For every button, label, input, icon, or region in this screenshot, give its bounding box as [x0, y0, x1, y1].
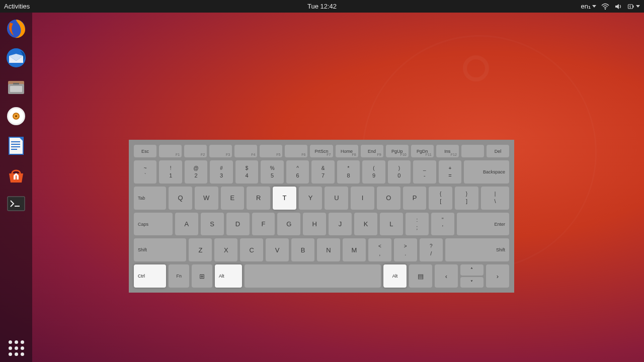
key-R[interactable]: R [247, 187, 270, 210]
key-S[interactable]: S [201, 213, 224, 236]
key-J[interactable]: J [329, 213, 352, 236]
svg-point-0 [605, 8, 606, 9]
key-'[interactable]: "' [431, 213, 454, 236]
key-,[interactable]: <, [368, 238, 391, 261]
dock-icon-software[interactable] [4, 162, 28, 187]
key-K[interactable]: K [354, 213, 377, 236]
key-.[interactable]: >. [394, 238, 417, 261]
key-;[interactable]: :; [406, 213, 429, 236]
key-arrow-right[interactable]: › [486, 264, 509, 288]
key-P[interactable]: P [403, 187, 427, 210]
key-PgDn[interactable]: PgDnF11 [411, 145, 434, 157]
clock[interactable]: Tue 12:42 [307, 3, 337, 10]
key-Y[interactable]: Y [299, 187, 323, 210]
key-Del[interactable]: Del [487, 145, 509, 157]
key-Esc[interactable]: Esc [134, 145, 156, 157]
key-W[interactable]: W [195, 187, 218, 210]
key-=[interactable]: += [439, 160, 461, 184]
key-I[interactable]: I [351, 187, 374, 210]
key-2[interactable]: @2 [185, 160, 207, 184]
key-F2[interactable]: F2 [184, 145, 207, 157]
input-source-indicator[interactable]: en₁ [581, 3, 596, 10]
key-5[interactable]: %5 [261, 160, 283, 184]
svg-rect-15 [11, 141, 20, 142]
key-0[interactable]: )0 [388, 160, 411, 184]
key-Home[interactable]: HomeF8 [336, 145, 358, 157]
key-\[interactable]: |\ [481, 187, 509, 210]
key-`[interactable]: ~` [134, 160, 156, 184]
key-shift-left[interactable]: Shift [134, 238, 186, 261]
key--[interactable]: _- [413, 160, 436, 184]
key-6[interactable]: ^6 [286, 160, 309, 184]
svg-rect-16 [11, 144, 20, 145]
power-indicator[interactable] [627, 3, 640, 10]
key-[[interactable]: {[ [429, 187, 452, 210]
key-fn[interactable]: Fn [169, 264, 189, 288]
key-fn13[interactable] [461, 145, 484, 157]
key-L[interactable]: L [380, 213, 403, 236]
activities-button[interactable]: Activities [4, 3, 30, 10]
key-F[interactable]: F [252, 213, 275, 236]
key-V[interactable]: V [266, 238, 289, 261]
svg-rect-7 [10, 86, 22, 92]
key-3[interactable]: #3 [210, 160, 232, 184]
key-arrow-up[interactable]: ˄ [460, 264, 484, 275]
key-super[interactable]: ⊞ [192, 264, 212, 288]
key-F6[interactable]: F6 [285, 145, 307, 157]
dock-icon-thunderbird[interactable] [4, 46, 28, 70]
key-E[interactable]: E [221, 187, 245, 210]
key-U[interactable]: U [325, 187, 348, 210]
key-tab[interactable]: Tab [134, 187, 166, 210]
key-M[interactable]: M [343, 238, 366, 261]
key-Z[interactable]: Z [189, 238, 212, 261]
dock-icon-terminal[interactable] [4, 192, 28, 216]
key-Q[interactable]: Q [169, 187, 192, 210]
key-][interactable]: }] [455, 187, 478, 210]
svg-rect-20 [17, 175, 19, 179]
key-backspace[interactable]: Backspace [464, 160, 509, 184]
key-menu[interactable]: ▤ [409, 264, 432, 288]
key-B[interactable]: B [291, 238, 314, 261]
key-F1[interactable]: F1 [159, 145, 182, 157]
key-A[interactable]: A [175, 213, 198, 236]
volume-indicator[interactable] [614, 3, 622, 10]
key-Ctrl[interactable]: Ctrl [134, 264, 166, 288]
key-enter[interactable]: Enter [457, 213, 509, 236]
key-O[interactable]: O [377, 187, 400, 210]
key-T[interactable]: T [273, 187, 296, 210]
key-7[interactable]: &7 [311, 160, 334, 184]
key-arrow-left[interactable]: ‹ [435, 264, 458, 288]
key-PrtScn[interactable]: PrtScnF7 [310, 145, 333, 157]
key-F5[interactable]: F5 [260, 145, 282, 157]
key-alt-right[interactable]: Alt [383, 264, 407, 288]
key-shift-right[interactable]: Shift [445, 238, 509, 261]
key-1[interactable]: !1 [159, 160, 182, 184]
key-arrow-down[interactable]: ˅ [460, 277, 484, 288]
wifi-icon [601, 3, 609, 10]
key-PgUp[interactable]: PgUpF10 [386, 145, 409, 157]
key-G[interactable]: G [277, 213, 300, 236]
key-Alt[interactable]: Alt [215, 264, 242, 288]
key-X[interactable]: X [214, 238, 237, 261]
keyboard-row-function: EscF1F2F3F4F5F6PrtScnF7HomeF8EndF9PgUpF1… [134, 145, 509, 157]
key-N[interactable]: N [317, 238, 340, 261]
dock-icon-writer[interactable] [4, 133, 28, 157]
key-/[interactable]: ?/ [420, 238, 443, 261]
dock-icon-rhythmbox[interactable] [4, 104, 28, 128]
dock-icon-files[interactable] [4, 75, 28, 99]
network-indicator[interactable] [601, 3, 609, 10]
key-H[interactable]: H [303, 213, 326, 236]
show-applications-button[interactable] [0, 340, 32, 356]
key-F4[interactable]: F4 [234, 145, 257, 157]
key-D[interactable]: D [226, 213, 250, 236]
dock-icon-firefox[interactable] [4, 17, 28, 41]
key-capslock[interactable]: Caps [134, 213, 173, 236]
key-Ins[interactable]: InsF12 [436, 145, 459, 157]
key-8[interactable]: *8 [337, 160, 360, 184]
key-space[interactable] [245, 264, 381, 288]
key-4[interactable]: $4 [235, 160, 258, 184]
key-9[interactable]: (9 [362, 160, 385, 184]
key-End[interactable]: EndF9 [361, 145, 383, 157]
key-F3[interactable]: F3 [209, 145, 232, 157]
key-C[interactable]: C [240, 238, 263, 261]
